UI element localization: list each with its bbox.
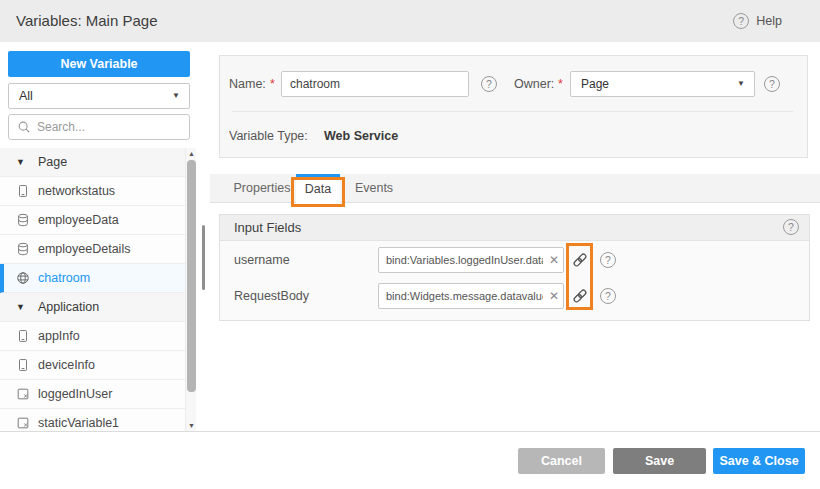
tree-group-label: Application bbox=[38, 300, 99, 314]
requestbody-help-icon[interactable]: ? bbox=[600, 288, 616, 304]
input-fields-panel: Input Fields ? username ✕ ? RequestBody … bbox=[219, 214, 810, 321]
bind-link-icon[interactable] bbox=[572, 288, 588, 304]
bind-link-icon[interactable] bbox=[572, 252, 588, 268]
help-link[interactable]: ? Help bbox=[733, 0, 782, 42]
tree-item-label: appInfo bbox=[38, 329, 80, 343]
tree-item-chatroom-selected[interactable]: chatroom bbox=[0, 264, 196, 293]
name-required-marker: * bbox=[270, 71, 275, 97]
tab-events[interactable]: Events bbox=[348, 174, 400, 203]
scroll-up-icon[interactable]: ▲ bbox=[186, 150, 197, 157]
sidebar-scrollbar: ▲ ▼ bbox=[185, 148, 196, 431]
chevron-down-icon: ▼ bbox=[172, 84, 180, 108]
tab-data[interactable]: Data bbox=[296, 174, 340, 203]
sidebar-scrollbar-thumb[interactable] bbox=[187, 160, 196, 392]
dialog-header: Variables: Main Page ? Help bbox=[0, 0, 820, 42]
static-variable-icon bbox=[16, 416, 30, 430]
database-icon bbox=[16, 213, 30, 227]
tree-item-networkstatus[interactable]: networkstatus bbox=[0, 177, 196, 206]
owner-select[interactable]: Page ▼ bbox=[570, 71, 755, 97]
owner-value: Page bbox=[581, 77, 609, 91]
variable-summary-panel: Name: * ? Owner: * Page ▼ ? Variable Typ… bbox=[219, 55, 808, 158]
tree-item-label: networkstatus bbox=[38, 184, 115, 198]
tree-item-employeedetails[interactable]: employeeDetails bbox=[0, 235, 196, 264]
page-title: Variables: Main Page bbox=[16, 0, 157, 42]
input-fields-title: Input Fields bbox=[234, 220, 301, 235]
variable-type-label: Variable Type: bbox=[229, 123, 308, 149]
tree-group-label: Page bbox=[38, 155, 67, 169]
username-bind-input[interactable] bbox=[378, 247, 564, 273]
save-and-close-button[interactable]: Save & Close bbox=[713, 448, 805, 474]
search-icon bbox=[17, 120, 31, 134]
help-icon: ? bbox=[733, 13, 749, 29]
tree-item-label: chatroom bbox=[38, 271, 90, 285]
owner-help-icon[interactable]: ? bbox=[764, 76, 780, 92]
tree-item-label: employeeDetails bbox=[38, 242, 130, 256]
variable-type-value: Web Service bbox=[324, 123, 398, 149]
tree-item-appinfo[interactable]: appInfo bbox=[0, 322, 196, 351]
variables-sidebar: New Variable All ▼ ▼ Page networkstatus … bbox=[0, 42, 205, 431]
new-variable-button[interactable]: New Variable bbox=[8, 51, 190, 77]
save-button[interactable]: Save bbox=[613, 448, 706, 474]
dialog-scrollbar-thumb[interactable] bbox=[202, 225, 205, 290]
tree-group-page[interactable]: ▼ Page bbox=[0, 148, 196, 177]
tree-item-label: loggedInUser bbox=[38, 387, 112, 401]
detail-tabbar: Properties Data Events bbox=[210, 174, 820, 203]
device-icon bbox=[16, 184, 30, 198]
username-bind-field: ✕ bbox=[378, 247, 564, 273]
clear-binding-icon[interactable]: ✕ bbox=[549, 283, 559, 309]
input-fields-help-icon[interactable]: ? bbox=[783, 219, 799, 235]
tree-item-employeedata[interactable]: employeeData bbox=[0, 206, 196, 235]
tree-group-application[interactable]: ▼ Application bbox=[0, 293, 196, 322]
field-label-requestbody: RequestBody bbox=[234, 283, 309, 309]
tree-item-label: deviceInfo bbox=[38, 358, 95, 372]
tree-item-label: employeeData bbox=[38, 213, 119, 227]
tab-properties[interactable]: Properties bbox=[230, 174, 294, 203]
filter-value: All bbox=[19, 89, 33, 103]
tree-item-deviceinfo[interactable]: deviceInfo bbox=[0, 351, 196, 380]
collapse-caret-icon: ▼ bbox=[16, 302, 30, 312]
database-icon bbox=[16, 242, 30, 256]
input-fields-header: Input Fields ? bbox=[220, 215, 809, 241]
field-label-username: username bbox=[234, 247, 290, 273]
tree-item-staticvariable1[interactable]: staticVariable1 bbox=[0, 409, 196, 431]
tree-item-label: staticVariable1 bbox=[38, 416, 119, 430]
requestbody-bind-input[interactable] bbox=[378, 283, 564, 309]
name-input[interactable] bbox=[281, 71, 469, 97]
chevron-down-icon: ▼ bbox=[737, 72, 745, 96]
variable-filter-select[interactable]: All ▼ bbox=[8, 83, 190, 109]
name-label: Name: bbox=[229, 71, 266, 97]
cancel-button[interactable]: Cancel bbox=[518, 448, 605, 474]
device-icon bbox=[16, 358, 30, 372]
variables-dialog: Variables: Main Page ? Help New Variable… bbox=[0, 0, 820, 489]
dialog-footer: Cancel Save Save & Close bbox=[0, 431, 820, 489]
tree-item-loggedinuser[interactable]: loggedInUser bbox=[0, 380, 196, 409]
clear-binding-icon[interactable]: ✕ bbox=[549, 247, 559, 273]
static-variable-icon bbox=[16, 387, 30, 401]
search-input[interactable] bbox=[37, 120, 181, 134]
panel-divider bbox=[232, 111, 793, 112]
search-box bbox=[8, 114, 190, 140]
owner-label: Owner: bbox=[514, 71, 554, 97]
requestbody-bind-field: ✕ bbox=[378, 283, 564, 309]
help-label: Help bbox=[756, 14, 782, 28]
username-help-icon[interactable]: ? bbox=[600, 252, 616, 268]
collapse-caret-icon: ▼ bbox=[16, 157, 30, 167]
name-help-icon[interactable]: ? bbox=[481, 76, 497, 92]
device-icon bbox=[16, 329, 30, 343]
globe-icon bbox=[16, 271, 30, 285]
scroll-down-icon[interactable]: ▼ bbox=[186, 422, 197, 429]
variables-tree: ▼ Page networkstatus employeeData employ… bbox=[0, 148, 196, 431]
owner-required-marker: * bbox=[558, 71, 563, 97]
